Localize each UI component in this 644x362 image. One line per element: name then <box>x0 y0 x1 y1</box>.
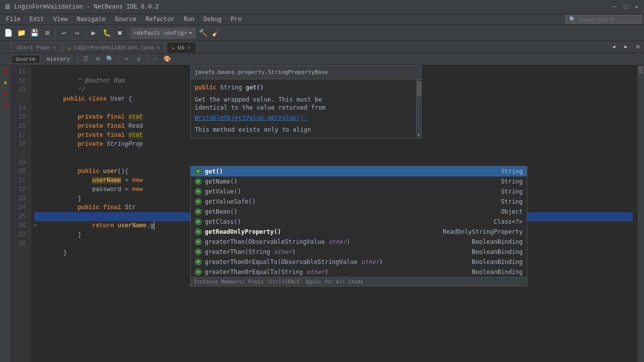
minimize-button[interactable]: ─ <box>611 4 618 11</box>
ac-icon-greaterthan-obs: ● <box>195 238 202 245</box>
tasks-button[interactable]: ✓ <box>150 54 160 64</box>
ac-item-getclass[interactable]: ● getClass() Class<?> <box>191 217 527 227</box>
debug-step-into-button[interactable]: ⊵ <box>134 54 144 64</box>
debug-step-button[interactable]: ⊳ <box>122 54 132 64</box>
menu-file[interactable]: File <box>2 15 25 24</box>
redo-button[interactable]: ↪ <box>71 27 83 39</box>
javadoc-scroll-down[interactable]: ▼ <box>416 133 421 138</box>
ac-item-getvalue[interactable]: ● getValue() String <box>191 187 527 197</box>
tab-icon-user: ☕ <box>172 45 175 51</box>
ac-item-getname[interactable]: ● getName() String <box>191 176 527 187</box>
tab-label-loginform: LoginFormValidation.java <box>74 45 153 51</box>
sec-sep-3 <box>147 55 147 63</box>
ac-item-greaterthan-obs[interactable]: ● greaterThan(ObservableStringValue othe… <box>191 237 527 247</box>
sidebar-warn3-icon[interactable]: ● <box>1 101 10 110</box>
undo-button[interactable]: ↩ <box>58 27 70 39</box>
menu-edit[interactable]: Edit <box>26 15 48 24</box>
ac-icon-getvalue: ● <box>195 188 202 195</box>
window-controls: ─ □ ✕ <box>611 4 640 11</box>
javadoc-popup: javafx.beans.property.StringPropertyBase… <box>190 65 422 138</box>
javadoc-desc-2: identical to the value returned from <box>195 104 417 112</box>
tab-icon-loginform: ☕ <box>68 45 71 51</box>
tab-user[interactable]: ☕ Us ✕ <box>167 42 196 53</box>
menu-view[interactable]: View <box>49 15 72 24</box>
ac-item-getreadonlyproperty[interactable]: ● getReadOnlyProperty() ReadOnlyStringPr… <box>191 227 527 237</box>
toggle-bookmarks-button[interactable]: ☰ <box>81 54 91 64</box>
left-sidebar: ● ● ● ● <box>0 65 11 362</box>
editor-container: 11 12 13 14 15 16 17 18 19 20 21 22 23 2… <box>11 65 644 362</box>
ac-return-greaterthan-str: BooleanBinding <box>472 247 523 256</box>
save-button[interactable]: 💾 <box>28 27 40 39</box>
ac-return-get: String <box>501 167 523 176</box>
javadoc-desc-1: Get the wrapped value. This must be <box>195 96 417 104</box>
ac-method-getreadonlyproperty: getReadOnlyProperty() <box>205 227 281 236</box>
save-all-button[interactable]: ⊞ <box>41 27 53 39</box>
code-line-blank2 <box>34 149 633 158</box>
tab-loginform[interactable]: ☕ LoginFormValidation.java ✕ <box>62 42 166 53</box>
run-button[interactable]: ▶ <box>88 27 100 39</box>
ac-method-greaterthanorequalto-str: greaterThanOrEqualTo(String other) <box>205 267 329 277</box>
tab-maximize[interactable]: ⊞ <box>632 41 644 53</box>
ac-icon-greaterthan-str: ● <box>195 248 202 255</box>
tab-close-user[interactable]: ✕ <box>188 45 191 51</box>
ac-method-getname: getName() <box>205 177 237 186</box>
menu-refactor[interactable]: Refactor <box>141 15 179 24</box>
tab-scroll-right[interactable]: ▶ <box>620 41 632 53</box>
format-button[interactable]: ⊞ <box>93 54 103 64</box>
build-button[interactable]: 🔨 <box>197 27 209 39</box>
stop-button[interactable]: ■ <box>114 27 126 39</box>
ac-item-getvaluesafe[interactable]: ● getValueSafe() String <box>191 197 527 207</box>
title-bar: 🖥 LoginFormValidation - NetBeans IDE 8.0… <box>0 0 644 14</box>
ac-return-greaterthanorequalto-obs: BooleanBinding <box>472 257 523 266</box>
ac-item-greaterthan-str[interactable]: ● greaterThan(String other) BooleanBindi… <box>191 247 527 257</box>
open-file-button[interactable]: 📁 <box>15 27 27 39</box>
ac-method-getvalue: getValue() <box>205 187 241 196</box>
ac-method-greaterthan-obs: greaterThan(ObservableStringValue other) <box>205 237 350 246</box>
config-selector[interactable]: <default config> ▾ <box>130 28 196 39</box>
sidebar-errors-icon[interactable]: ● <box>1 67 10 76</box>
ac-return-greaterthan-obs: BooleanBinding <box>472 237 523 246</box>
ac-item-get[interactable]: ● get() String <box>191 166 527 176</box>
ac-return-greaterthanorequalto-str: BooleanBinding <box>472 267 523 277</box>
ac-icon-getclass: ● <box>195 218 202 225</box>
app-icon: 🖥 <box>4 3 11 11</box>
palette-button[interactable]: 🎨 <box>163 54 173 64</box>
sidebar-warn2-icon[interactable]: ● <box>1 89 10 99</box>
sec-sep-1 <box>77 55 78 63</box>
debug-button[interactable]: 🐛 <box>101 27 113 39</box>
source-tab[interactable]: Source <box>11 55 40 64</box>
autocomplete-popup: ● get() String ● getName() String ● getV <box>190 166 527 287</box>
right-gutter <box>637 65 644 362</box>
restore-button[interactable]: □ <box>622 4 629 11</box>
main-layout: ● ● ● ● 11 12 13 14 15 16 17 18 19 20 21… <box>0 65 644 362</box>
ac-item-greaterthanorequalto-str[interactable]: ● greaterThanOrEqualTo(String other) Boo… <box>191 267 527 277</box>
menu-pro[interactable]: Pro <box>227 15 246 24</box>
line-numbers: 11 12 13 14 15 16 17 18 19 20 21 22 23 2… <box>11 65 30 362</box>
secondary-toolbar: Source History ☰ ⊞ 🔍 ⊳ ⊵ ✓ 🎨 <box>0 53 644 65</box>
ac-item-getbean[interactable]: ● getBean() Object <box>191 207 527 217</box>
menu-debug[interactable]: Debug <box>199 15 225 24</box>
tab-close-start[interactable]: ✕ <box>53 45 56 51</box>
tab-scroll-left[interactable]: ◀ <box>608 41 620 53</box>
tb-separator-1 <box>55 28 56 38</box>
menu-run[interactable]: Run <box>180 15 199 24</box>
find-button[interactable]: 🔍 <box>105 54 115 64</box>
javadoc-link[interactable]: WritableObjectValue.getValue(). <box>195 114 307 121</box>
code-area[interactable]: * @author Ram */ public class User { pri… <box>30 65 637 362</box>
menu-navigate[interactable]: Navigate <box>72 15 110 24</box>
clean-button[interactable]: 🧹 <box>210 27 222 39</box>
search-input[interactable] <box>578 17 638 23</box>
tab-start-page[interactable]: Start Page ✕ <box>11 42 61 53</box>
sidebar-warn1-icon[interactable]: ● <box>1 78 10 87</box>
config-dropdown-icon: ▾ <box>189 30 193 36</box>
history-tab[interactable]: History <box>42 55 74 64</box>
title-text: LoginFormValidation - NetBeans IDE 8.0.2 <box>14 4 159 11</box>
ac-item-greaterthanorequalto-obs[interactable]: ● greaterThanOrEqualTo(ObservableStringV… <box>191 257 527 267</box>
new-file-button[interactable]: 📄 <box>2 27 14 39</box>
javadoc-scrollbar[interactable] <box>416 79 421 138</box>
close-button[interactable]: ✕ <box>633 4 640 11</box>
sec-sep-2 <box>118 55 119 63</box>
menu-source[interactable]: Source <box>111 15 140 24</box>
tab-close-loginform[interactable]: ✕ <box>157 45 160 51</box>
right-scrollbar-thumb[interactable] <box>638 66 643 73</box>
